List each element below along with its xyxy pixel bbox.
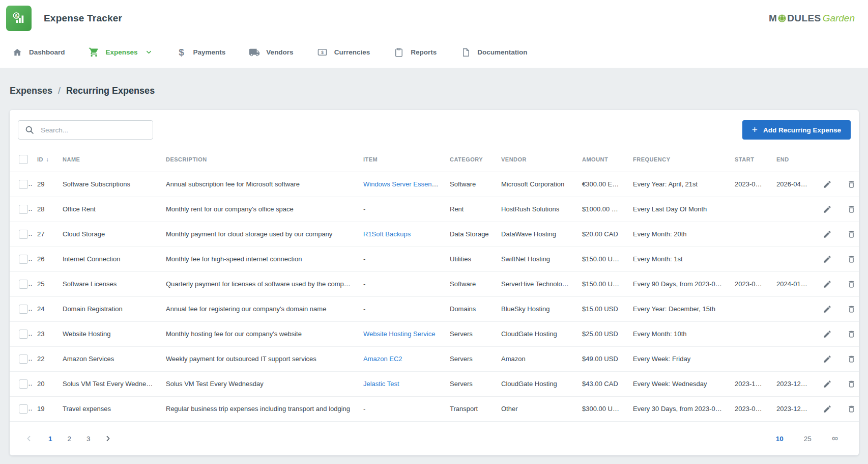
document-icon [460, 47, 471, 58]
page-button-2[interactable]: 2 [68, 435, 72, 443]
edit-icon[interactable] [823, 354, 832, 364]
row-checkbox[interactable] [19, 379, 28, 389]
add-recurring-expense-button[interactable]: + Add Recurring Expense [742, 120, 851, 140]
edit-icon[interactable] [823, 230, 832, 239]
row-checkbox[interactable] [19, 255, 28, 264]
nav-label: Currencies [334, 48, 370, 56]
select-all-checkbox[interactable] [19, 155, 28, 164]
column-header-amount[interactable]: AMOUNT [577, 148, 628, 172]
row-checkbox[interactable] [19, 180, 28, 189]
row-amount: $20.00 CAD [577, 222, 628, 247]
column-header-id[interactable]: ID↓ [32, 148, 57, 172]
row-vendor: BlueSky Hosting [496, 296, 577, 321]
next-page-icon[interactable] [104, 434, 112, 443]
nav-expenses[interactable]: Expenses [77, 37, 164, 68]
delete-icon[interactable] [847, 354, 856, 364]
item-link[interactable]: Jelastic Test [363, 380, 399, 388]
item-link[interactable]: R1Soft Backups [363, 230, 411, 238]
delete-icon[interactable] [847, 230, 856, 239]
table-row: 24 Domain Registration Annual fee for re… [10, 296, 859, 321]
row-frequency: Every Week: Friday [628, 346, 730, 371]
edit-icon[interactable] [823, 305, 832, 314]
nav-dashboard[interactable]: Dashboard [0, 37, 77, 68]
table-row: 28 Office Rent Monthly rent for our comp… [10, 197, 859, 222]
row-amount: $1000.00 USD [577, 197, 628, 222]
breadcrumb-separator: / [58, 86, 61, 96]
row-item: - [358, 396, 445, 421]
delete-icon[interactable] [847, 404, 856, 414]
sort-desc-icon: ↓ [46, 156, 49, 163]
row-category: Servers [445, 321, 496, 346]
column-header-end[interactable]: END [771, 148, 814, 172]
column-header-description[interactable]: DESCRIPTION [161, 148, 358, 172]
row-checkbox[interactable] [19, 404, 28, 414]
brand-text-dules: DULES [787, 13, 821, 24]
delete-icon[interactable] [847, 280, 856, 289]
edit-icon[interactable] [823, 205, 832, 214]
column-header-name[interactable]: NAME [57, 148, 161, 172]
item-link[interactable]: Amazon EC2 [363, 355, 402, 363]
delete-icon[interactable] [847, 305, 856, 314]
delete-icon[interactable] [847, 205, 856, 214]
home-icon [12, 47, 23, 58]
row-end: 2024-01-31 [771, 271, 814, 296]
row-checkbox[interactable] [19, 230, 28, 239]
table-row: 26 Internet Connection Monthly fee for h… [10, 247, 859, 271]
breadcrumb: Expenses / Recurring Expenses [0, 68, 868, 96]
delete-icon[interactable] [847, 330, 856, 339]
edit-icon[interactable] [823, 255, 832, 264]
nav-reports[interactable]: Reports [382, 37, 448, 68]
column-header-item[interactable]: ITEM [358, 148, 445, 172]
row-id: 26 [32, 247, 57, 271]
edit-icon[interactable] [823, 280, 832, 289]
column-header-category[interactable]: CATEGORY [445, 148, 496, 172]
nav-label: Payments [193, 48, 226, 56]
nav-vendors[interactable]: Vendors [237, 37, 305, 68]
row-item: - [358, 197, 445, 222]
nav-payments[interactable]: $ Payments [164, 37, 238, 68]
row-checkbox[interactable] [19, 305, 28, 314]
row-checkbox[interactable] [19, 330, 28, 339]
row-name: Website Hosting [57, 321, 161, 346]
page-size-all[interactable]: ∞ [832, 433, 838, 444]
delete-icon[interactable] [847, 180, 856, 189]
delete-icon[interactable] [847, 379, 856, 389]
page-button-3[interactable]: 3 [86, 435, 91, 443]
row-end [771, 346, 814, 371]
edit-icon[interactable] [823, 180, 832, 189]
breadcrumb-expenses[interactable]: Expenses [10, 86, 52, 96]
row-vendor: DataWave Hosting [496, 222, 577, 247]
prev-page-icon[interactable] [25, 434, 33, 443]
edit-icon[interactable] [823, 330, 832, 339]
column-header-start[interactable]: START [730, 148, 771, 172]
column-header-frequency[interactable]: FREQUENCY [628, 148, 730, 172]
nav-documentation[interactable]: Documentation [448, 37, 539, 68]
nav-currencies[interactable]: $ Currencies [305, 37, 382, 68]
page-button-1[interactable]: 1 [48, 435, 52, 443]
page-size-10[interactable]: 10 [776, 435, 784, 443]
edit-icon[interactable] [823, 404, 832, 414]
item-link[interactable]: Website Hosting Service [363, 330, 435, 338]
row-checkbox[interactable] [19, 354, 28, 364]
row-checkbox[interactable] [19, 280, 28, 289]
row-frequency: Every Last Day Of Month [628, 197, 730, 222]
table-row: 25 Software Licenses Quarterly payment f… [10, 271, 859, 296]
edit-icon[interactable] [823, 379, 832, 389]
search-input[interactable] [18, 120, 153, 140]
column-header-vendor[interactable]: VENDOR [496, 148, 577, 172]
row-name: Office Rent [57, 197, 161, 222]
row-amount: $43.00 CAD [577, 371, 628, 396]
expense-tracker-logo-icon: $ [6, 6, 32, 31]
row-id: 24 [32, 296, 57, 321]
row-end [771, 247, 814, 271]
currency-box-icon: $ [317, 47, 328, 58]
row-start [730, 346, 771, 371]
delete-icon[interactable] [847, 255, 856, 264]
page-size-25[interactable]: 25 [804, 435, 812, 443]
row-description: Regular business trip expenses including… [161, 396, 358, 421]
row-vendor: HostRush Solutions [496, 197, 577, 222]
row-frequency: Every Week: Wednesday [628, 371, 730, 396]
item-link[interactable]: Windows Server Essentials [363, 180, 444, 188]
row-item: Website Hosting Service [358, 321, 445, 346]
row-checkbox[interactable] [19, 205, 28, 214]
